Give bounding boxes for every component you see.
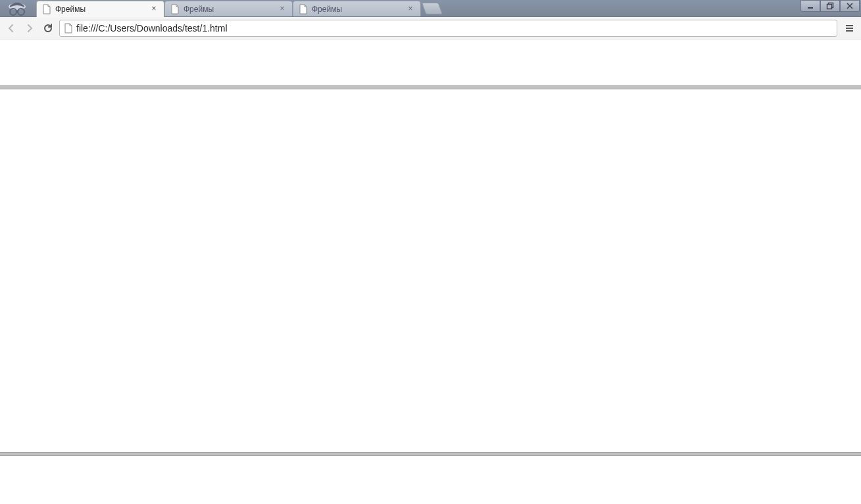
svg-rect-8 [846,30,853,32]
file-icon [299,4,308,14]
tab-title: Фреймы [312,5,406,14]
window-maximize-button[interactable] [820,0,840,12]
tab-title: Фреймы [184,5,278,14]
file-icon [42,4,51,14]
page-content [0,39,861,504]
tab-close-button[interactable]: × [406,5,415,14]
omnibox[interactable] [59,20,837,37]
browser-tab-1[interactable]: Фреймы × [164,1,293,16]
svg-point-2 [18,9,24,15]
url-input[interactable] [76,23,833,34]
file-icon [64,23,73,34]
forward-button[interactable] [22,21,37,35]
file-icon [170,4,180,14]
frame-row-top [0,39,861,85]
tab-strip: Фреймы × Фреймы × Фреймы × [0,0,861,17]
frame-row-middle [0,89,861,452]
reload-button[interactable] [41,21,55,35]
toolbar [0,17,861,39]
window-minimize-button[interactable] [800,0,820,12]
window-close-button[interactable] [840,0,860,12]
tab-close-button[interactable]: × [278,5,287,14]
new-tab-button[interactable] [422,3,443,14]
window-controls [800,0,860,13]
browser-tab-2[interactable]: Фреймы × [293,1,421,16]
svg-rect-3 [808,7,813,9]
svg-point-1 [10,9,16,15]
chrome-menu-button[interactable] [841,20,857,36]
browser-tab-0[interactable]: Фреймы × [36,1,164,17]
frame-row-bottom [0,456,861,502]
incognito-icon [4,1,30,16]
svg-rect-7 [846,28,853,29]
svg-rect-5 [827,5,832,9]
svg-rect-6 [846,25,853,26]
tab-title: Фреймы [55,5,149,14]
tab-close-button[interactable]: × [149,5,159,14]
back-button[interactable] [4,21,18,35]
